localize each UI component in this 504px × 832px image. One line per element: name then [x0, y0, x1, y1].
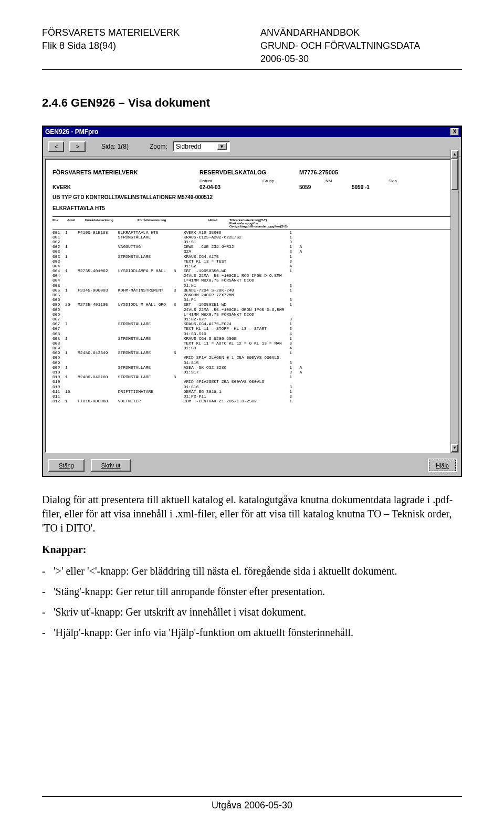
window-title: GEN926 - PMFpro	[45, 128, 98, 136]
table-row: 002 D1:S1 3	[52, 240, 452, 244]
table-row: 005 D1:H1 3	[52, 283, 452, 288]
table-header: Pos Antal Förrådsbeteckning Förrådsbenäm…	[52, 216, 452, 230]
table-row: 006 26 M2735-401105 LYSDIODL M HÅLL GRÖ …	[52, 302, 452, 307]
body-text: Dialog för att presentera till aktuell k…	[42, 493, 462, 640]
gen926-window: GEN926 - PMFpro X < > Sida: 1(8) Zoom: S…	[42, 126, 462, 477]
doc-sida: 5059 -1	[352, 184, 404, 190]
table-row: 009 VRID 3P1V 2LÄGEN 0-1 25A 500VVS 600V…	[52, 355, 452, 360]
page-header: FÖRSVARETS MATERIELVERK Flik 8 Sida 18(9…	[42, 26, 462, 66]
table-row: 004 L=41MM M8X0,75 FÖRSÄNKT DIOD	[52, 278, 452, 283]
table-row: 009 D1:S8 4	[52, 346, 452, 350]
table-row: 008 1 STRÖMSTÄLLARE KRAUS-CG4-S-8200-600…	[52, 336, 452, 341]
table-row: 012 1 F7816-000068 VOLTMETER CBM -CENTRA…	[52, 399, 452, 403]
lbl-nm: NM	[326, 179, 388, 183]
header-doc-title: ANVÄNDARHANDBOK	[260, 26, 462, 39]
table-row: 004 D1:S2 4	[52, 264, 452, 268]
next-page-button[interactable]: >	[69, 141, 85, 152]
doc-mnr: M7776-275005	[299, 169, 368, 175]
table-row: 008 TEXT KL 11 = AUTO KL 12 = 0 KL 13 = …	[52, 341, 452, 346]
bottom-bar: Stäng Skriv ut Hjälp	[43, 455, 461, 476]
vertical-scrollbar[interactable]: ▲ ▼	[450, 150, 459, 453]
table-row: 004 1 M2735-401062 LYSDIODLAMPA M HÅLL B…	[52, 268, 452, 273]
doc-line1: UB TYP GTD KONTROLLTAVELINSTALLATIONER M…	[52, 194, 452, 200]
table-row: 009 1 STRÖMSTÄLLARE ASEA -SK 632 3289 1 …	[52, 365, 452, 370]
chevron-down-icon[interactable]: ▼	[217, 143, 227, 150]
lbl-grupp: Grupp	[262, 179, 326, 183]
header-date: 2006-05-30	[260, 53, 462, 66]
table-row: 003 1 STRÖMSTÄLLARE KRAUS-CG4-A175 1	[52, 254, 452, 259]
table-row: 011 10 DRIFTTIDMÄTARE OEMAT-BG 3018-1 1	[52, 389, 452, 394]
table-row: 008 D1:S3-S10 4	[52, 331, 452, 336]
help-button[interactable]: Hjälp	[429, 460, 456, 471]
close-icon[interactable]: X	[450, 128, 459, 136]
lbl-sida: Sida	[388, 179, 452, 183]
scroll-up-icon[interactable]: ▲	[451, 150, 458, 159]
table-row: 010 D1:S16 3	[52, 384, 452, 389]
table-row: 001 STRÖMSTÄLLARE KRAUS-C125-A202-622E/S…	[52, 235, 452, 240]
doc-nm: 5059	[299, 184, 352, 190]
table-row: 007 7 STRÖMSTÄLLARE KRAUS-CG4-A176-F024 …	[52, 321, 452, 326]
bullet-nav: - '>' eller '<'-knapp: Ger bläddring til…	[42, 564, 462, 578]
table-row: 005 28KOHM 240GR 72X72MM	[52, 293, 452, 297]
bullet-print: - 'Skriv ut'-knapp: Ger utskrift av inne…	[42, 605, 462, 619]
table-row: 011 D1:P2-P11 3	[52, 394, 452, 399]
table-row: 007 TEXT KL 11 = STOPP KL 13 = START 3	[52, 326, 452, 331]
table-row: 006 24VLS 22MA -55-+100CEL GRÖN IP65 D=9…	[52, 307, 452, 312]
page-indicator: Sida: 1(8)	[101, 143, 129, 150]
header-org: FÖRSVARETS MATERIELVERK	[42, 26, 244, 39]
table-row: 010 1 M2480-843180 STRÖMSTÄLLARE B 1	[52, 375, 452, 379]
intro-paragraph: Dialog för att presentera till aktuell k…	[42, 493, 462, 535]
bullet-help: - 'Hjälp'-knapp: Ger info via 'Hjälp'-fu…	[42, 626, 462, 640]
table-row: 003 32A 3 A	[52, 249, 452, 254]
doc-type: RESERVDELSKATALOG	[200, 169, 299, 175]
header-page-ref: Flik 8 Sida 18(94)	[42, 39, 244, 53]
table-row: 009 1 M2480-843349 STRÖMSTÄLLARE B 1	[52, 350, 452, 355]
table-row: 004 24VLS 22MA -55-+100CEL RÖD IP65 D=9,…	[52, 273, 452, 278]
table-row: 010 D1:S17 3 A	[52, 370, 452, 375]
zoom-value: Sidbredd	[176, 143, 201, 150]
scroll-down-icon[interactable]: ▼	[451, 444, 458, 452]
header-divider	[42, 69, 462, 70]
zoom-select[interactable]: Sidbredd ▼	[173, 141, 230, 152]
toolbar: < > Sida: 1(8) Zoom: Sidbredd ▼	[43, 137, 461, 157]
table-row: 009 D1:S15 3	[52, 360, 452, 365]
bullet-close: - 'Stäng'-knapp: Ger retur till anropand…	[42, 585, 462, 599]
document-viewport: FÖRSVARETS MATERIELVERK RESERVDELSKATALO…	[45, 159, 459, 453]
knappar-label: Knappar:	[42, 543, 462, 557]
doc-date: 02-04-03	[200, 184, 299, 190]
table-row: 005 1 F3345-000003 KOHM-MÄTINSTRUMENT B …	[52, 288, 452, 293]
table-row: 002 1 VÄGGUTTAG CEWE -CUE 232-6+R32 1 A	[52, 244, 452, 249]
doc-line2: ELKRAFTTAVLA HT5	[52, 205, 452, 211]
table-row: 006 D1:P1 3	[52, 297, 452, 302]
table-body: 001 1 F4100-015188 ELKRAFTTAVLA HT5 KVER…	[52, 230, 452, 404]
print-button[interactable]: Skriv ut	[91, 459, 131, 472]
close-button[interactable]: Stäng	[48, 459, 85, 472]
doc-org: FÖRSVARETS MATERIELVERK	[52, 169, 200, 175]
table-row: 001 1 F4100-015188 ELKRAFTTAVLA HT5 KVER…	[52, 230, 452, 235]
table-row: 010 VRID 4P1V2SEKT 25A 500VVS 600VLS	[52, 379, 452, 384]
titlebar: GEN926 - PMFpro X	[43, 127, 461, 137]
zoom-label: Zoom:	[150, 143, 167, 150]
table-row: 006 L=41MM M8X0,75 FÖRSÄNKT DIOD	[52, 312, 452, 317]
table-row: 007 D1:H2-H27 3	[52, 317, 452, 321]
scroll-thumb[interactable]	[451, 159, 458, 190]
doc-kverk: KVERK	[52, 184, 200, 190]
table-row: 003 TEXT KL 13 = TEST 3	[52, 259, 452, 264]
lbl-datum: Datum	[200, 179, 262, 183]
page-footer: Utgåva 2006-05-30	[42, 796, 462, 811]
header-doc-sub: GRUND- OCH FÖRVALTNINGSDATA	[260, 39, 462, 53]
prev-page-button[interactable]: <	[48, 141, 64, 152]
section-title: 2.4.6 GEN926 – Visa dokument	[42, 96, 462, 110]
